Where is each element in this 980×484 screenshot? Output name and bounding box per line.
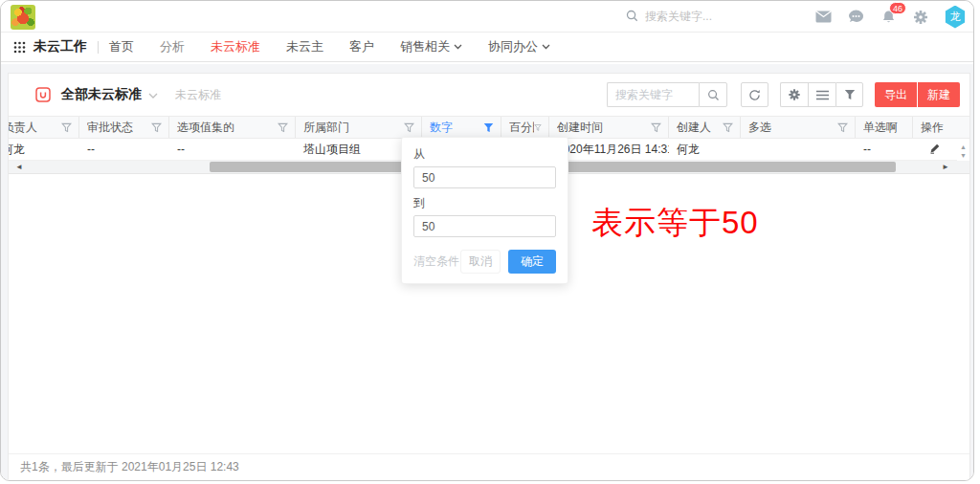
- to-input[interactable]: [413, 215, 556, 237]
- column-header-percent[interactable]: 百分比: [501, 117, 549, 138]
- page-content: 全部未云标准 未云标准: [1, 64, 973, 480]
- column-filter-icon[interactable]: [404, 122, 414, 133]
- nav-item-standard[interactable]: 未云标准: [211, 38, 260, 55]
- column-header-owner[interactable]: 负责人: [9, 117, 79, 138]
- table-option-buttons: [780, 82, 863, 107]
- mail-icon[interactable]: [814, 9, 832, 26]
- list-search: [607, 82, 727, 107]
- vertical-scrollbar[interactable]: ▲ ▼: [957, 140, 969, 162]
- notifications-icon[interactable]: 46: [880, 9, 897, 26]
- main-nav: 未云工作 首页 分析 未云标准 未云主 客户 销售相关 协同办公: [1, 33, 973, 62]
- column-header-multiselect[interactable]: 多选: [741, 117, 856, 138]
- nav-item-home[interactable]: 首页: [109, 38, 134, 55]
- nav-item-collab[interactable]: 协同办公: [488, 38, 550, 55]
- topbar-icons: 46 龙: [814, 1, 966, 33]
- cancel-button[interactable]: 取消: [460, 250, 501, 274]
- column-header-number[interactable]: 数字: [422, 117, 501, 138]
- global-search-placeholder: 搜索关键字...: [645, 9, 712, 25]
- list-toolbar: 全部未云标准 未云标准: [9, 74, 969, 116]
- column-filter-icon[interactable]: [151, 122, 162, 133]
- list-icon: [816, 90, 829, 100]
- scroll-up-icon[interactable]: ▲: [960, 143, 967, 150]
- settings-gear-icon[interactable]: [912, 9, 929, 26]
- object-view-icon: [35, 87, 51, 102]
- column-header-approval[interactable]: 审批状态: [79, 117, 169, 138]
- app-grid-icon[interactable]: [13, 41, 26, 54]
- nav-item-sales[interactable]: 销售相关: [400, 38, 462, 55]
- nav-divider: [98, 41, 99, 54]
- column-header-creator[interactable]: 创建人: [669, 117, 741, 138]
- column-filter-icon-active[interactable]: [483, 122, 494, 133]
- search-icon: [626, 10, 638, 25]
- from-label: 从: [413, 146, 556, 163]
- cell-owner: 何龙: [9, 139, 79, 160]
- cell-approval: --: [79, 139, 169, 160]
- refresh-button[interactable]: [741, 82, 768, 107]
- workspace-title[interactable]: 未云工作: [33, 38, 87, 55]
- column-filter-icon[interactable]: [723, 122, 733, 133]
- column-header-optionset[interactable]: 选项值集的: [169, 117, 296, 138]
- nav-item-analytics[interactable]: 分析: [160, 38, 185, 55]
- cell-actions: [913, 139, 956, 160]
- view-selector-title[interactable]: 全部未云标准: [61, 86, 142, 103]
- chevron-down-icon: [454, 44, 462, 50]
- nav-item-master[interactable]: 未云主: [286, 38, 323, 55]
- list-footer: 共1条，最后更新于 2021年01月25日 12:43: [9, 453, 969, 480]
- scroll-left-icon[interactable]: ◄: [12, 161, 26, 173]
- filter-button[interactable]: [835, 82, 863, 107]
- gear-icon: [788, 88, 801, 101]
- chat-icon[interactable]: [847, 9, 864, 26]
- app-window: 搜索关键字... 46 龙 未云工作 首页 分析 未云标准: [0, 0, 974, 481]
- cell-optionset: --: [169, 139, 296, 160]
- column-filter-icon[interactable]: [534, 122, 542, 133]
- clear-conditions-link[interactable]: 清空条件: [413, 253, 459, 270]
- scroll-down-icon[interactable]: ▼: [960, 152, 967, 159]
- search-icon: [707, 89, 720, 101]
- global-search[interactable]: 搜索关键字...: [626, 1, 712, 33]
- number-filter-popup: 从 到 清空条件 取消 确定: [401, 137, 568, 284]
- list-search-input[interactable]: [607, 82, 699, 107]
- column-header-singleselect[interactable]: 单选啊: [856, 117, 913, 138]
- view-selector-chevron-icon[interactable]: [148, 93, 158, 99]
- column-filter-icon[interactable]: [837, 122, 848, 133]
- column-header-actions: 操作: [913, 117, 956, 138]
- list-search-button[interactable]: [699, 82, 727, 107]
- user-avatar[interactable]: 龙: [945, 6, 966, 29]
- cell-singleselect: --: [856, 139, 913, 160]
- chevron-down-icon: [542, 44, 550, 50]
- popup-footer: 清空条件 取消 确定: [413, 250, 556, 274]
- column-header-created-time[interactable]: 创建时间: [549, 117, 669, 138]
- column-filter-icon[interactable]: [278, 122, 288, 133]
- table-header-row: 负责人 审批状态 选项值集的 所属部门: [9, 116, 969, 139]
- create-button[interactable]: 新建: [918, 82, 960, 107]
- refresh-icon: [748, 89, 761, 101]
- nav-item-collab-label: 协同办公: [488, 38, 538, 55]
- topbar: 搜索关键字... 46 龙: [1, 1, 973, 33]
- from-input[interactable]: [413, 166, 556, 188]
- annotation-text: 表示等于50: [591, 202, 759, 245]
- export-button[interactable]: 导出: [875, 82, 917, 107]
- record-count-and-updated: 共1条，最后更新于 2021年01月25日 12:43: [20, 459, 239, 475]
- notification-badge: 46: [889, 2, 906, 14]
- to-label: 到: [413, 195, 556, 211]
- toolbar-actions: 导出 新建: [607, 82, 960, 107]
- confirm-button[interactable]: 确定: [508, 250, 556, 274]
- scroll-right-icon[interactable]: ►: [939, 161, 952, 173]
- column-filter-icon[interactable]: [651, 122, 661, 133]
- cell-creator: 何龙: [669, 139, 741, 160]
- funnel-icon: [844, 89, 856, 100]
- column-header-department[interactable]: 所属部门: [296, 117, 422, 138]
- column-settings-button[interactable]: [780, 82, 808, 107]
- nav-item-sales-label: 销售相关: [400, 38, 450, 55]
- list-view-button[interactable]: [808, 82, 835, 107]
- edit-pencil-icon[interactable]: [929, 143, 941, 154]
- nav-item-customers[interactable]: 客户: [349, 38, 374, 55]
- column-filter-icon[interactable]: [61, 122, 72, 133]
- company-logo[interactable]: [11, 5, 35, 30]
- cell-multiselect: [741, 139, 856, 160]
- object-name-label: 未云标准: [175, 87, 221, 103]
